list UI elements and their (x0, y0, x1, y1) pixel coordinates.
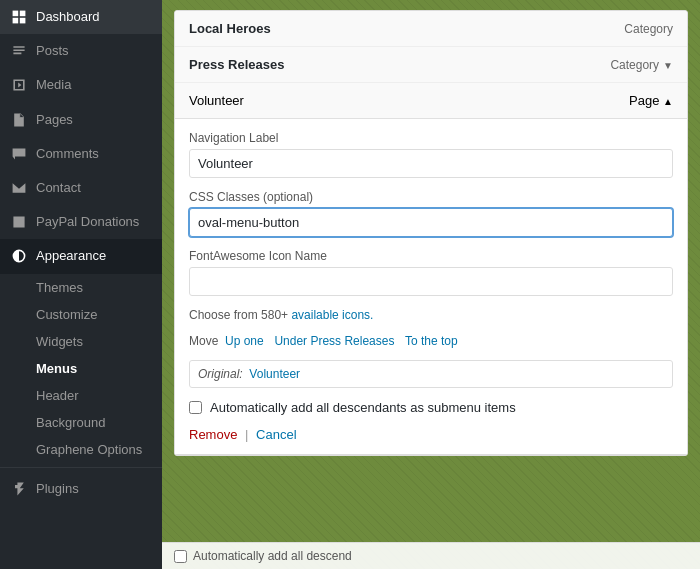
sidebar-sub-header[interactable]: Header (0, 382, 162, 409)
sidebar-item-plugins[interactable]: Plugins (0, 472, 162, 506)
sidebar-sub-widgets[interactable]: Widgets (0, 328, 162, 355)
sidebar-item-appearance[interactable]: Appearance (0, 239, 162, 273)
sidebar-item-posts-label: Posts (36, 42, 69, 60)
svg-rect-2 (13, 18, 19, 24)
volunteer-header[interactable]: Volunteer Page (175, 83, 687, 119)
bottom-bar: Automatically add all descend (162, 542, 700, 569)
bottom-auto-add-label: Automatically add all descend (193, 549, 352, 563)
sidebar-item-paypal[interactable]: PayPal Donations (0, 205, 162, 239)
content-area: Local Heroes Category Press Releases Cat… (174, 10, 688, 456)
sidebar-item-posts[interactable]: Posts (0, 34, 162, 68)
fontawesome-label: FontAwesome Icon Name (189, 249, 673, 263)
move-up-one-link[interactable]: Up one (225, 334, 264, 348)
press-releases-arrow-icon (663, 58, 673, 72)
sidebar-sub-customize[interactable]: Customize (0, 301, 162, 328)
css-classes-input[interactable] (189, 208, 673, 237)
sidebar-item-media[interactable]: Media (0, 68, 162, 102)
move-under-press-releases-link[interactable]: Under Press Releases (274, 334, 394, 348)
sidebar-sub-graphene-label: Graphene Options (36, 442, 142, 457)
css-classes-row: CSS Classes (optional) (189, 190, 673, 237)
sidebar-sub-themes-label: Themes (36, 280, 83, 295)
pages-icon (10, 111, 28, 129)
auto-add-label: Automatically add all descendants as sub… (210, 400, 516, 415)
sidebar-sub-menus-label: Menus (36, 361, 77, 376)
sidebar-item-dashboard[interactable]: Dashboard (0, 0, 162, 34)
sidebar-item-appearance-label: Appearance (36, 247, 106, 265)
volunteer-arrow-icon (663, 93, 673, 108)
css-classes-label: CSS Classes (optional) (189, 190, 673, 204)
local-heroes-type: Category (624, 22, 673, 36)
menu-item-press-releases[interactable]: Press Releases Category (175, 47, 687, 83)
sidebar-item-paypal-label: PayPal Donations (36, 213, 139, 231)
press-releases-type: Category (610, 58, 673, 72)
sidebar-item-contact-label: Contact (36, 179, 81, 197)
menu-item-local-heroes[interactable]: Local Heroes Category (175, 11, 687, 47)
move-links: Move Up one Under Press Releases To the … (189, 334, 673, 348)
volunteer-title: Volunteer (189, 93, 244, 108)
dashboard-icon (10, 8, 28, 26)
svg-rect-0 (13, 11, 19, 17)
sidebar-sub-background[interactable]: Background (0, 409, 162, 436)
sidebar-item-media-label: Media (36, 76, 71, 94)
sidebar-sub-header-label: Header (36, 388, 79, 403)
action-links: Remove | Cancel (189, 427, 673, 442)
fontawesome-input[interactable] (189, 267, 673, 296)
sidebar-item-dashboard-label: Dashboard (36, 8, 100, 26)
original-row: Original: Volunteer (189, 360, 673, 388)
contact-icon (10, 179, 28, 197)
sidebar-sub-graphene[interactable]: Graphene Options (0, 436, 162, 463)
volunteer-form-body: Navigation Label CSS Classes (optional) … (175, 119, 687, 454)
nav-label-row: Navigation Label (189, 131, 673, 178)
sidebar-item-plugins-label: Plugins (36, 480, 79, 498)
posts-icon (10, 42, 28, 60)
press-releases-title: Press Releases (189, 57, 284, 72)
auto-add-checkbox[interactable] (189, 401, 202, 414)
comments-icon (10, 145, 28, 163)
bottom-auto-add-checkbox[interactable] (174, 550, 187, 563)
available-icons-link[interactable]: available icons. (291, 308, 373, 322)
appearance-icon (10, 247, 28, 265)
fontawesome-row: FontAwesome Icon Name (189, 249, 673, 296)
sidebar-item-comments-label: Comments (36, 145, 99, 163)
sidebar-item-contact[interactable]: Contact (0, 171, 162, 205)
sidebar-item-pages[interactable]: Pages (0, 103, 162, 137)
sidebar-item-pages-label: Pages (36, 111, 73, 129)
move-to-top-link[interactable]: To the top (405, 334, 458, 348)
plugins-icon (10, 480, 28, 498)
svg-rect-1 (20, 11, 26, 17)
nav-label-label: Navigation Label (189, 131, 673, 145)
sidebar-sub-themes[interactable]: Themes (0, 274, 162, 301)
paypal-icon (10, 213, 28, 231)
remove-link[interactable]: Remove (189, 427, 237, 442)
svg-rect-3 (20, 18, 26, 24)
sidebar-sub-background-label: Background (36, 415, 105, 430)
icon-help-text: Choose from 580+ available icons. (189, 308, 673, 322)
auto-add-row: Automatically add all descendants as sub… (189, 400, 673, 415)
main-content: Local Heroes Category Press Releases Cat… (162, 0, 700, 569)
sidebar-sub-widgets-label: Widgets (36, 334, 83, 349)
sidebar-sub-menus[interactable]: Menus (0, 355, 162, 382)
expanded-item-volunteer: Volunteer Page Navigation Label CSS Clas… (175, 83, 687, 455)
volunteer-type: Page (629, 93, 673, 108)
original-link[interactable]: Volunteer (249, 367, 300, 381)
action-separator: | (245, 427, 248, 442)
nav-label-input[interactable] (189, 149, 673, 178)
cancel-link[interactable]: Cancel (256, 427, 296, 442)
sidebar-item-comments[interactable]: Comments (0, 137, 162, 171)
local-heroes-title: Local Heroes (189, 21, 271, 36)
sidebar: Dashboard Posts Media Pages Comments Con… (0, 0, 162, 569)
sidebar-sub-customize-label: Customize (36, 307, 97, 322)
media-icon (10, 76, 28, 94)
